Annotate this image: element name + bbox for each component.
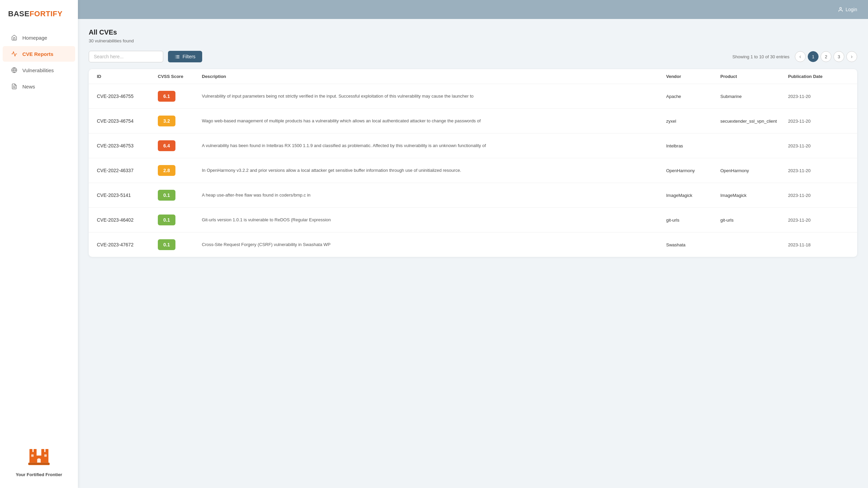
svg-rect-12 <box>44 454 47 457</box>
sidebar: BASEFORTIFY Homepage CVE Reports <box>0 0 78 488</box>
cve-vendor: Swashata <box>666 242 720 247</box>
vuln-count: 30 vulnerabilities found <box>89 38 857 43</box>
cve-description: Git-urls version 1.0.1 is vulnerable to … <box>202 217 666 223</box>
table-row[interactable]: CVE-2023-46754 3.2 Wago web-based manage… <box>89 109 857 134</box>
castle-icon <box>27 444 51 468</box>
sidebar-bottom: Your Fortified Frontier <box>0 433 78 488</box>
cvss-score: 2.8 <box>158 165 202 176</box>
cve-table: ID CVSS Score Description Vendor Product… <box>89 69 857 257</box>
cve-id: CVE-2022-46337 <box>97 168 158 173</box>
cve-id: CVE-2023-46402 <box>97 217 158 223</box>
cvss-score: 6.4 <box>158 140 202 151</box>
cve-vendor: Apache <box>666 94 720 99</box>
cve-description: A heap use-after-free flaw was found in … <box>202 192 666 199</box>
sidebar-item-label-news: News <box>22 84 35 89</box>
cve-vendor: OpenHarmony <box>666 168 720 173</box>
cvss-badge: 6.4 <box>158 140 175 151</box>
cve-vendor: Intelbras <box>666 143 720 148</box>
logo: BASEFORTIFY <box>0 0 78 26</box>
search-input[interactable] <box>89 51 163 62</box>
filter-button[interactable]: Filters <box>168 51 202 62</box>
svg-point-14 <box>840 7 841 9</box>
doc-icon <box>11 83 18 90</box>
content-area: All CVEs 30 vulnerabilities found Filter… <box>78 19 868 488</box>
globe-icon <box>11 67 18 74</box>
next-page-button[interactable]: › <box>846 51 857 62</box>
table-row[interactable]: CVE-2023-46755 6.1 Vulnerability of inpu… <box>89 84 857 109</box>
cvss-score: 6.1 <box>158 91 202 102</box>
table-row[interactable]: CVE-2023-46753 6.4 A vulnerability has b… <box>89 134 857 158</box>
page-1-button[interactable]: 1 <box>808 51 819 62</box>
cve-pub-date: 2023-11-20 <box>788 143 849 148</box>
cve-pub-date: 2023-11-20 <box>788 94 849 99</box>
login-label: Login <box>846 7 857 12</box>
cvss-score: 0.1 <box>158 190 202 201</box>
cve-description: Cross-Site Request Forgery (CSRF) vulner… <box>202 241 666 248</box>
cve-id: CVE-2023-5141 <box>97 192 158 198</box>
th-id: ID <box>97 74 158 79</box>
prev-page-button[interactable]: ‹ <box>795 51 806 62</box>
svg-rect-11 <box>31 454 34 457</box>
logo-fortify: FORTIFY <box>29 9 63 18</box>
main-area: Login All CVEs 30 vulnerabilities found … <box>78 0 868 488</box>
th-product: Product <box>720 74 788 79</box>
cvss-badge: 2.8 <box>158 165 175 176</box>
chart-icon <box>11 50 18 57</box>
sidebar-item-cve-reports[interactable]: CVE Reports <box>3 46 75 62</box>
table-row[interactable]: CVE-2023-5141 0.1 A heap use-after-free … <box>89 183 857 208</box>
cve-description: In OpenHarmony v3.2.2 and prior versions… <box>202 167 666 174</box>
cve-vendor: ImageMagick <box>666 193 720 198</box>
cve-id: CVE-2023-46754 <box>97 118 158 124</box>
cve-pub-date: 2023-11-20 <box>788 168 849 173</box>
page-3-button[interactable]: 3 <box>833 51 844 62</box>
sidebar-item-label-cve-reports: CVE Reports <box>22 51 54 57</box>
sidebar-item-news[interactable]: News <box>3 79 75 94</box>
cve-pub-date: 2023-11-20 <box>788 218 849 223</box>
cve-vendor: git-urls <box>666 218 720 223</box>
cve-product: git-urls <box>720 218 788 223</box>
sidebar-item-homepage[interactable]: Homepage <box>3 30 75 45</box>
cve-product: Submarine <box>720 94 788 99</box>
cve-pub-date: 2023-11-20 <box>788 119 849 124</box>
cve-product: secuextender_ssl_vpn_client <box>720 119 788 124</box>
page-2-button[interactable]: 2 <box>821 51 831 62</box>
cvss-score: 0.1 <box>158 215 202 225</box>
th-date: Publication Date <box>788 74 849 79</box>
toolbar: Filters Showing 1 to 10 of 30 entries ‹ … <box>89 51 857 62</box>
cvss-badge: 6.1 <box>158 91 175 102</box>
sidebar-item-label-vulnerabilities: Vulnerabilities <box>22 67 54 73</box>
pagination-info: Showing 1 to 10 of 30 entries <box>733 54 789 59</box>
cvss-badge: 3.2 <box>158 116 175 126</box>
cvss-badge: 0.1 <box>158 190 175 201</box>
cve-id: CVE-2023-46753 <box>97 143 158 148</box>
table-header: ID CVSS Score Description Vendor Product… <box>89 69 857 84</box>
table-row[interactable]: CVE-2022-46337 2.8 In OpenHarmony v3.2.2… <box>89 158 857 183</box>
sidebar-tagline: Your Fortified Frontier <box>16 472 62 477</box>
filter-label: Filters <box>183 54 195 59</box>
th-vendor: Vendor <box>666 74 720 79</box>
home-icon <box>11 34 18 41</box>
user-icon <box>838 7 843 12</box>
cve-description: A vulnerability has been found in Intelb… <box>202 142 666 149</box>
th-description: Description <box>202 74 666 79</box>
table-row[interactable]: CVE-2023-46402 0.1 Git-urls version 1.0.… <box>89 208 857 232</box>
cve-id: CVE-2023-46755 <box>97 94 158 99</box>
pagination: Showing 1 to 10 of 30 entries ‹ 1 2 3 › <box>733 51 857 62</box>
cvss-badge: 0.1 <box>158 215 175 225</box>
cve-vendor: zyxel <box>666 119 720 124</box>
filter-icon <box>175 54 180 59</box>
cve-id: CVE-2023-47672 <box>97 242 158 247</box>
cve-description: Vulnerability of input parameters being … <box>202 93 666 100</box>
page-title: All CVEs <box>89 28 857 36</box>
sidebar-item-label-homepage: Homepage <box>22 35 47 41</box>
sidebar-item-vulnerabilities[interactable]: Vulnerabilities <box>3 62 75 78</box>
table-row[interactable]: CVE-2023-47672 0.1 Cross-Site Request Fo… <box>89 232 857 257</box>
cve-description: Wago web-based management of multiple pr… <box>202 118 666 124</box>
cve-pub-date: 2023-11-20 <box>788 193 849 198</box>
cvss-score: 3.2 <box>158 116 202 126</box>
cve-pub-date: 2023-11-18 <box>788 242 849 247</box>
table-body: CVE-2023-46755 6.1 Vulnerability of inpu… <box>89 84 857 257</box>
cve-product: OpenHarmony <box>720 168 788 173</box>
logo-base: BASE <box>8 9 29 18</box>
login-button[interactable]: Login <box>838 7 857 12</box>
